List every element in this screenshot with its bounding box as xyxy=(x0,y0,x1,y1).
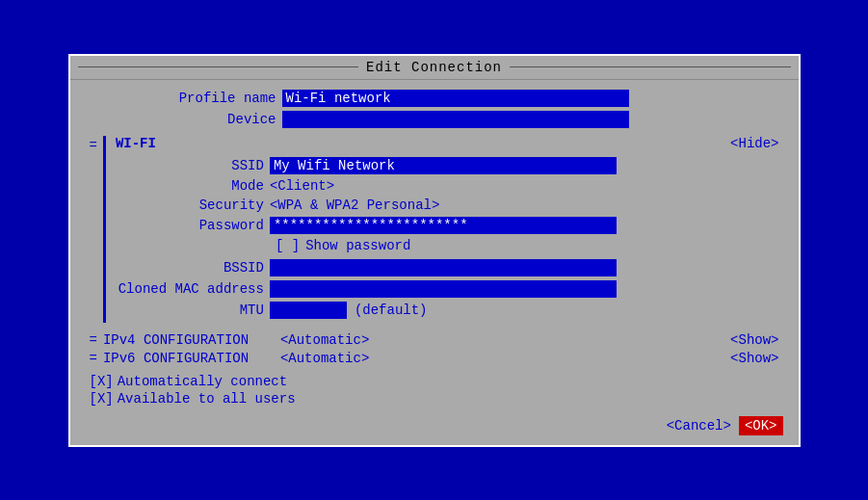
mode-row: Mode <Client> xyxy=(116,178,779,194)
ssid-row: SSID My Wifi Network xyxy=(116,157,779,174)
security-label: Security xyxy=(116,197,270,213)
cancel-button[interactable]: <Cancel> xyxy=(667,418,731,434)
device-input[interactable] xyxy=(282,111,629,128)
mtu-label: MTU xyxy=(116,303,270,318)
dialog-buttons: <Cancel> <OK> xyxy=(70,408,799,445)
profile-name-label: Profile name xyxy=(90,91,282,106)
wifi-section-marker-area: = xyxy=(90,136,99,153)
wifi-header: WI-FI <Hide> xyxy=(116,136,779,151)
auto-connect-row: [X] Automatically connect xyxy=(90,374,779,389)
wifi-label: WI-FI xyxy=(116,136,156,151)
show-password-row: [ ] Show password xyxy=(276,238,779,253)
dialog-title-bar: Edit Connection xyxy=(70,56,799,80)
ipv6-marker: = xyxy=(90,351,97,366)
wifi-eq-marker: = xyxy=(90,138,97,153)
mtu-default-text: (default) xyxy=(355,303,428,318)
ssid-label: SSID xyxy=(116,158,270,173)
security-value[interactable]: <WPA & WPA2 Personal> xyxy=(270,197,439,213)
auto-connect-label: Automatically connect xyxy=(118,374,287,389)
ssid-input[interactable]: My Wifi Network xyxy=(270,157,617,174)
auto-connect-checkbox[interactable]: [X] xyxy=(90,374,114,389)
ipv4-show-btn[interactable]: <Show> xyxy=(730,332,778,348)
mode-value[interactable]: <Client> xyxy=(270,178,334,194)
bssid-row: BSSID xyxy=(116,259,779,276)
all-users-checkbox[interactable]: [X] xyxy=(90,391,114,407)
ipv6-row: = IPv6 CONFIGURATION <Automatic> <Show> xyxy=(90,351,779,366)
ipv4-label: IPv4 CONFIGURATION xyxy=(103,332,276,348)
ok-button[interactable]: <OK> xyxy=(739,416,783,435)
all-users-label: Available to all users xyxy=(118,391,296,407)
cloned-mac-row: Cloned MAC address xyxy=(116,280,779,298)
dialog-main-area: Profile name Wi-Fi network Device = WI-F… xyxy=(70,80,799,407)
password-input[interactable]: ************************ xyxy=(270,217,617,234)
show-password-label: Show password xyxy=(305,238,410,253)
all-users-row: [X] Available to all users xyxy=(90,391,779,407)
ipv4-value[interactable]: <Automatic> xyxy=(280,332,369,348)
device-label: Device xyxy=(90,112,282,127)
security-row: Security <WPA & WPA2 Personal> xyxy=(116,197,779,213)
cloned-mac-input[interactable] xyxy=(270,280,617,298)
edit-connection-dialog: Edit Connection Profile name Wi-Fi netwo… xyxy=(68,54,801,447)
mode-label: Mode xyxy=(116,178,270,194)
password-label: Password xyxy=(116,218,270,233)
password-row: Password ************************ xyxy=(116,217,779,234)
wifi-section-body: WI-FI <Hide> SSID My Wifi Network Mode <… xyxy=(103,136,779,323)
ipv4-marker: = xyxy=(90,332,97,348)
ipv6-value[interactable]: <Automatic> xyxy=(280,351,369,366)
wifi-hide-btn[interactable]: <Hide> xyxy=(730,136,778,151)
ipv6-show-btn[interactable]: <Show> xyxy=(730,351,778,366)
device-row: Device xyxy=(90,111,779,128)
bssid-label: BSSID xyxy=(116,260,270,276)
profile-name-row: Profile name Wi-Fi network xyxy=(90,90,779,107)
mtu-row: MTU (default) xyxy=(116,302,779,319)
dialog-title: Edit Connection xyxy=(366,60,502,75)
show-password-checkbox[interactable]: [ ] xyxy=(276,238,300,253)
bssid-input[interactable] xyxy=(270,259,617,276)
mtu-input[interactable] xyxy=(270,302,347,319)
wifi-section-container: = WI-FI <Hide> SSID My Wifi Network Mode xyxy=(90,136,779,323)
profile-name-input[interactable]: Wi-Fi network xyxy=(282,90,629,107)
cloned-mac-label: Cloned MAC address xyxy=(116,281,270,297)
ipv4-row: = IPv4 CONFIGURATION <Automatic> <Show> xyxy=(90,332,779,348)
ipv6-label: IPv6 CONFIGURATION xyxy=(103,351,276,366)
